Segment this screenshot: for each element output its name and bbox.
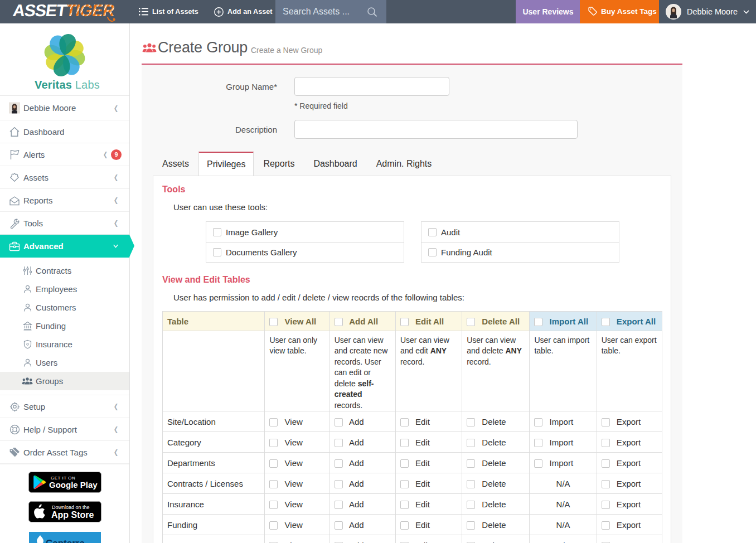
svg-text:App Store: App Store bbox=[51, 510, 94, 520]
svg-text:Capterra: Capterra bbox=[46, 538, 85, 543]
svg-text:Download on the: Download on the bbox=[52, 505, 90, 510]
svg-text:Google Play: Google Play bbox=[49, 480, 98, 489]
